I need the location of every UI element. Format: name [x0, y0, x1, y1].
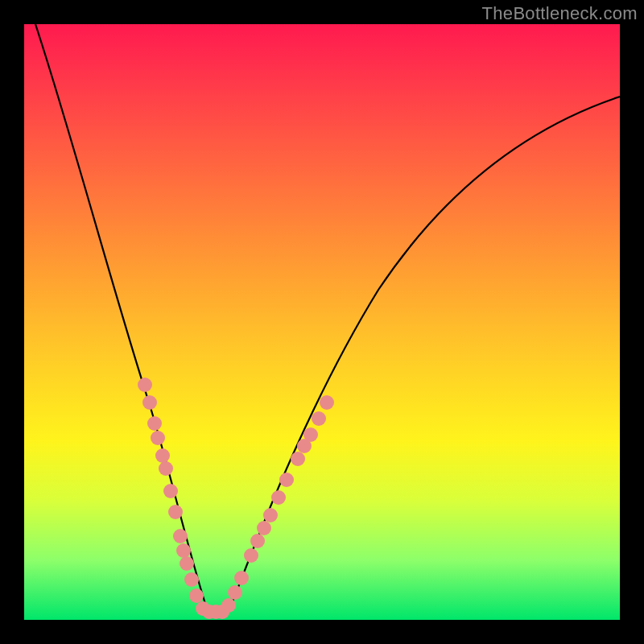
svg-point-17 [221, 598, 236, 613]
svg-point-29 [312, 411, 326, 426]
svg-point-30 [320, 395, 334, 410]
svg-point-0 [138, 378, 152, 392]
svg-point-2 [147, 416, 162, 431]
svg-point-18 [228, 585, 242, 600]
svg-point-4 [155, 448, 170, 463]
svg-point-24 [271, 490, 286, 505]
svg-point-19 [234, 571, 249, 585]
svg-point-9 [176, 543, 191, 558]
bottleneck-curve [35, 24, 620, 614]
svg-point-5 [159, 461, 173, 476]
svg-point-6 [163, 484, 178, 498]
svg-point-23 [263, 508, 278, 522]
svg-point-7 [168, 505, 183, 519]
svg-point-8 [173, 529, 188, 543]
curve-svg [24, 24, 620, 620]
scatter-dots [138, 378, 334, 619]
svg-point-12 [189, 588, 204, 603]
watermark-text: TheBottleneck.com [482, 3, 638, 24]
svg-point-22 [257, 521, 271, 535]
svg-point-3 [151, 431, 165, 445]
svg-point-1 [142, 395, 157, 410]
svg-point-26 [291, 452, 305, 466]
svg-point-25 [279, 473, 294, 487]
svg-point-20 [244, 548, 258, 563]
svg-point-28 [303, 427, 318, 442]
svg-point-11 [184, 572, 199, 587]
chart-area [24, 24, 620, 620]
svg-point-21 [250, 534, 265, 548]
svg-point-10 [180, 556, 194, 571]
